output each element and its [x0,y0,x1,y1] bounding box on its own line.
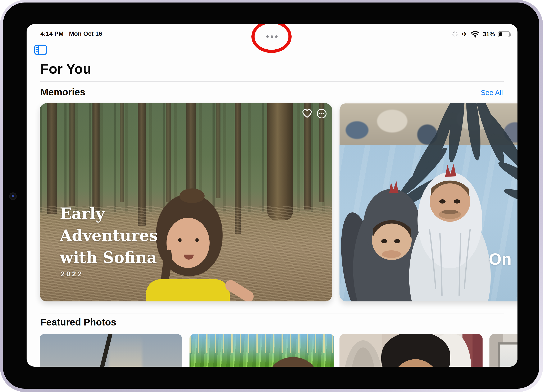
red-highlight-annotation [251,24,292,53]
featured-photos-heading: Featured Photos [40,317,116,328]
memories-heading: Memories [40,86,85,98]
page-title: For You [40,61,91,77]
status-bar-right: ✈ 31% [451,30,510,38]
memory-title-line: with Sofina [60,247,158,269]
screenshot-canvas: 4:14 PMMon Oct 16 [0,0,543,392]
featured-photo-airplane-selfie[interactable] [339,334,483,367]
status-date: Mon Oct 16 [69,30,102,37]
photos-app-screen: 4:14 PMMon Oct 16 [27,24,517,367]
featured-photo-sunset[interactable] [40,334,182,367]
divider [40,313,504,314]
see-all-link[interactable]: See All [481,89,503,97]
featured-photo-interior[interactable] [489,334,517,367]
memory-card-early-adventures[interactable]: Early Adventures with Sofina 2022 [40,103,332,301]
memory-title-line: Adventures [60,225,158,247]
memory-year: 2022 [61,270,84,278]
sidebar-toggle-button[interactable] [34,45,47,55]
divider [40,81,504,82]
card-more-options-button[interactable] [316,108,327,119]
memory-title: Early Adventures with Sofina [60,203,158,269]
chicken-cutout-art [339,103,517,301]
battery-icon [498,31,510,37]
forest-photo [40,103,332,301]
front-camera [9,193,17,200]
memory-title-line: Early [60,203,158,225]
battery-percent: 31% [483,31,495,38]
memory-card-next[interactable]: On [339,103,517,301]
memory-title-partial: On [489,250,511,269]
favorite-heart-button[interactable] [302,108,312,119]
status-time: 4:14 PM [40,30,64,37]
airplane-mode-icon: ✈ [462,31,468,38]
wifi-icon [471,31,480,38]
ipad-device-frame: 4:14 PMMon Oct 16 [0,0,543,392]
status-bar-left: 4:14 PMMon Oct 16 [40,30,102,37]
sync-spinner-icon [451,30,459,38]
featured-photo-cornfield[interactable] [190,334,334,367]
